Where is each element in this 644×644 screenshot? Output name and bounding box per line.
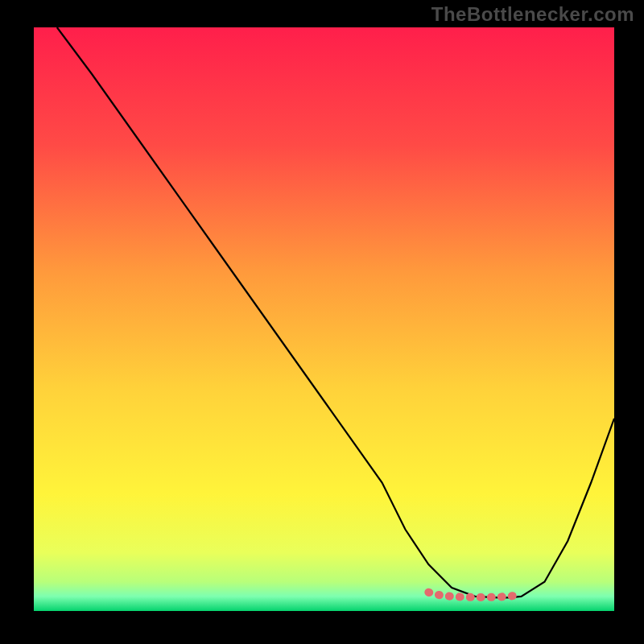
bottleneck-chart	[0, 0, 644, 644]
watermark-text: TheBottlenecker.com	[431, 3, 634, 26]
chart-frame: TheBottlenecker.com	[0, 0, 644, 644]
